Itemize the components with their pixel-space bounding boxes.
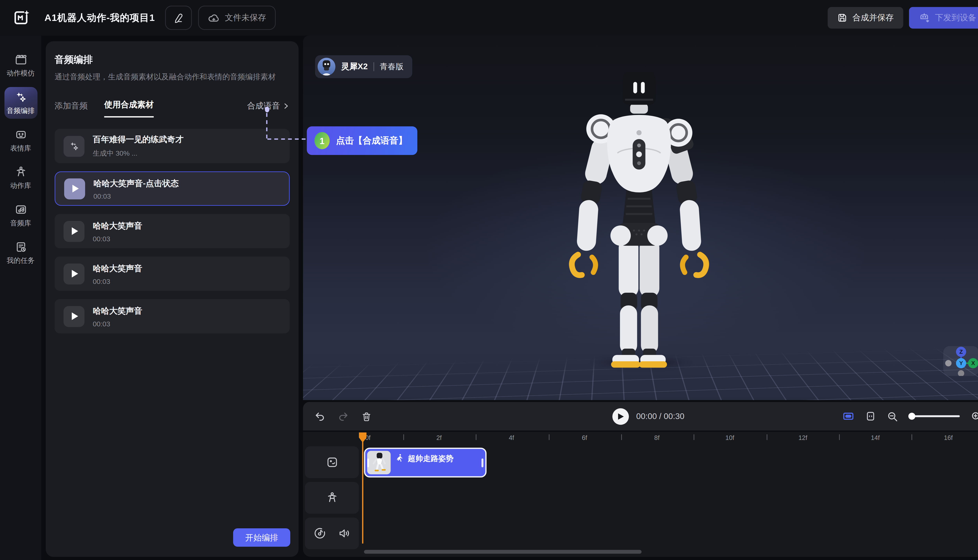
music-disc-icon xyxy=(314,527,326,540)
save-button[interactable]: 合成并保存 xyxy=(828,7,903,28)
app-logo-icon xyxy=(13,9,30,27)
rename-button[interactable] xyxy=(165,6,192,30)
axis-negz-handle xyxy=(958,370,964,376)
track-header-expression[interactable] xyxy=(305,447,359,478)
save-button-label: 合成并保存 xyxy=(853,12,894,23)
audio-item-status: 生成中 30% ... xyxy=(93,148,184,158)
audio-item[interactable]: 哈哈大笑声音 00:03 xyxy=(55,257,290,291)
sidebar-item-label: 音频编排 xyxy=(7,106,35,115)
3d-viewport[interactable]: 灵犀X2 青春版 Z Y X xyxy=(303,36,978,400)
audio-item[interactable]: 哈哈大笑声音 00:03 xyxy=(55,214,290,248)
audio-item-title: 哈哈大笑声音 xyxy=(93,263,142,274)
orientation-gizmo[interactable]: Z Y X xyxy=(943,346,978,376)
tasks-icon xyxy=(14,240,27,253)
audio-item-generating[interactable]: 百年难得一见的练武奇才 生成中 30% ... xyxy=(55,129,290,163)
svg-text:Z: Z xyxy=(959,348,963,355)
sparkles-icon xyxy=(63,135,85,157)
timeline-zoom-slider[interactable] xyxy=(909,415,960,417)
guide-tooltip-text: 点击【合成语音】 xyxy=(336,135,407,146)
fit-width-button[interactable] xyxy=(865,411,876,422)
timeline-toolbar: 00:00 / 00:30 xyxy=(303,402,978,430)
redo-button[interactable] xyxy=(338,411,349,422)
audio-item[interactable]: 哈哈大笑声音 00:03 xyxy=(55,299,290,333)
sidebar-item-motion-mimic[interactable]: 动作模仿 xyxy=(4,50,37,81)
snap-toggle[interactable] xyxy=(842,410,854,422)
robot-model[interactable] xyxy=(556,72,721,370)
model-name: 灵犀X2 xyxy=(341,61,368,72)
clip-thumbnail xyxy=(367,451,391,474)
audio-item-title: 哈哈大笑声音-点击状态 xyxy=(93,178,179,189)
delete-button[interactable] xyxy=(362,411,372,422)
sidebar-item-my-tasks[interactable]: 我的任务 xyxy=(4,237,37,268)
audio-item-duration: 00:03 xyxy=(93,320,142,327)
sidebar-item-expression-library[interactable]: 表情库 xyxy=(4,125,37,156)
sidebar-item-label: 动作模仿 xyxy=(7,68,35,78)
person-icon xyxy=(14,165,27,178)
play-button[interactable] xyxy=(612,408,628,424)
robot-waist xyxy=(623,190,656,225)
zoom-in-button[interactable] xyxy=(971,410,978,422)
undo-button[interactable] xyxy=(314,411,325,422)
model-edition: 青春版 xyxy=(380,61,404,72)
model-avatar xyxy=(318,58,335,76)
axis-negx-handle xyxy=(945,360,951,366)
audio-item-duration: 00:03 xyxy=(93,192,179,200)
track-header-motion[interactable] xyxy=(305,482,359,514)
clip-trim-handle-left[interactable] xyxy=(367,458,369,467)
badge-divider xyxy=(374,62,374,71)
save-icon xyxy=(837,13,847,23)
sidebar-item-audio-library[interactable]: 音频库 xyxy=(4,200,37,231)
person-icon xyxy=(325,492,338,504)
deploy-button[interactable]: 下发到设备 xyxy=(909,7,978,28)
clip-label: 超帅走路姿势 xyxy=(408,453,454,464)
play-button[interactable] xyxy=(63,263,85,284)
play-button[interactable] xyxy=(63,306,85,327)
tab-add-audio[interactable]: 添加音频 xyxy=(55,100,88,118)
track-header-audio[interactable] xyxy=(305,518,359,549)
walking-person-icon xyxy=(396,453,404,462)
timeline-area[interactable]: 0f 2f 4f 6f 8f 10f 12f 14f 16f xyxy=(303,432,978,557)
audio-item-selected[interactable]: 哈哈大笑声音-点击状态 00:03 xyxy=(55,172,290,206)
file-status-button[interactable]: 文件未保存 xyxy=(198,6,275,30)
model-badge: 灵犀X2 青春版 xyxy=(315,55,412,78)
synthesize-voice-label: 合成语音 xyxy=(247,100,280,112)
panel-tabs: 添加音频 使用合成素材 合成语音 xyxy=(55,99,290,118)
guide-dashed-line-horizontal xyxy=(267,138,305,140)
audio-list: 百年难得一见的练武奇才 生成中 30% ... 哈哈大笑声音-点击状态 00:0… xyxy=(55,129,290,333)
sidebar-item-audio-arrange[interactable]: 音频编排 xyxy=(4,87,37,119)
zoom-slider-knob[interactable] xyxy=(908,413,915,420)
project-title: A1机器人动作-我的项目1 xyxy=(44,12,155,24)
cloud-icon xyxy=(208,12,220,24)
audio-arrange-panel: 音频编排 通过音频处理，生成音频素材以及融合动作和表情的音频编排素材 添加音频 … xyxy=(46,41,299,557)
play-button[interactable] xyxy=(63,220,85,242)
guide-tooltip: 1 点击【合成语音】 xyxy=(307,126,417,155)
sidebar-item-motion-library[interactable]: 动作库 xyxy=(4,162,37,193)
sidebar-item-label: 我的任务 xyxy=(7,255,35,265)
app-window: A1机器人动作-我的项目1 文件未保存 xyxy=(0,0,978,560)
playhead-line xyxy=(362,439,363,543)
audio-item-title: 百年难得一见的练武奇才 xyxy=(93,134,184,145)
face-icon xyxy=(325,456,338,469)
speaker-icon[interactable] xyxy=(337,527,350,540)
zoom-out-button[interactable] xyxy=(887,410,898,422)
start-arrange-button[interactable]: 开始编排 xyxy=(233,528,290,547)
timeline-clip-motion[interactable]: 超帅走路姿势 xyxy=(364,448,487,477)
sidebar: 动作模仿 音频编排 表情库 xyxy=(0,36,41,560)
tab-use-synth-material[interactable]: 使用合成素材 xyxy=(104,99,154,118)
clip-trim-handle-right[interactable] xyxy=(482,458,484,467)
audio-item-duration: 00:03 xyxy=(93,277,142,285)
play-button[interactable] xyxy=(64,178,85,199)
panel-description: 通过音频处理，生成音频素材以及融合动作和表情的音频编排素材 xyxy=(55,72,290,83)
top-bar: A1机器人动作-我的项目1 文件未保存 xyxy=(0,0,978,36)
svg-text:X: X xyxy=(971,360,975,366)
sidebar-item-label: 音频库 xyxy=(10,218,31,228)
sidebar-item-label: 动作库 xyxy=(10,181,31,190)
panel-title: 音频编排 xyxy=(55,54,290,66)
sidebar-item-label: 表情库 xyxy=(10,143,31,153)
sparkles-icon xyxy=(14,90,27,103)
timeline-hscrollbar[interactable] xyxy=(364,550,642,553)
audio-item-title: 哈哈大笑声音 xyxy=(93,220,142,231)
chevron-right-icon xyxy=(282,102,290,110)
pencil-icon xyxy=(174,13,184,23)
guide-dashed-line-vertical xyxy=(266,113,267,138)
